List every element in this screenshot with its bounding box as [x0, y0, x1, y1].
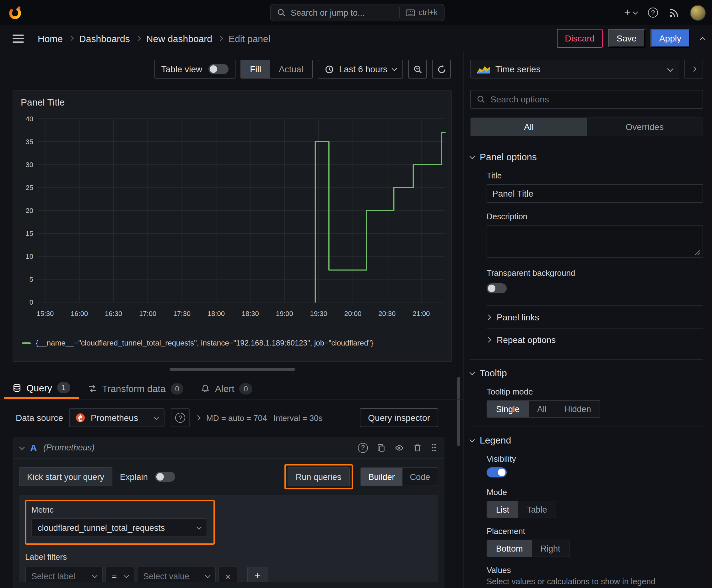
refresh-button[interactable] [432, 60, 451, 79]
tab-query[interactable]: Query 1 [4, 378, 79, 399]
chart-legend-item[interactable]: {__name__="cloudflared_tunnel_total_requ… [22, 339, 373, 348]
query-inspector-button[interactable]: Query inspector [360, 408, 438, 427]
panel-title-input[interactable] [487, 184, 703, 203]
actual-option[interactable]: Actual [270, 60, 312, 78]
legend-mode-table[interactable]: Table [518, 501, 556, 518]
panel-options-header[interactable]: Panel options [470, 151, 703, 162]
bell-icon [201, 384, 210, 393]
prometheus-icon [75, 413, 86, 423]
query-header-actions: ? [358, 443, 437, 453]
breadcrumb-new-dashboard[interactable]: New dashboard [146, 33, 212, 44]
user-avatar[interactable] [690, 5, 706, 20]
global-search-input[interactable]: Search or jump to... ctrl+k [270, 4, 445, 21]
breadcrumb-dashboards[interactable]: Dashboards [79, 33, 130, 44]
drag-handle-icon[interactable] [431, 443, 437, 452]
tab-alert[interactable]: Alert 0 [192, 378, 261, 399]
interval: Interval = 30s [274, 413, 323, 422]
tab-alert-label: Alert [215, 383, 235, 394]
datasource-help-button[interactable]: ? [171, 408, 190, 427]
close-icon: × [225, 571, 231, 582]
news-broadcast-button[interactable] [669, 7, 679, 18]
run-queries-button[interactable]: Run queries [287, 467, 350, 486]
explain-toggle[interactable] [155, 472, 175, 482]
database-icon [13, 383, 21, 392]
panel-links-expander[interactable]: Panel links [487, 305, 703, 328]
resize-corner-icon[interactable] [694, 249, 701, 256]
operator-value: = [112, 571, 117, 581]
tooltip-content: Tooltip mode SingleAllHidden [487, 387, 703, 418]
collapse-options-button[interactable] [684, 60, 703, 79]
builder-code-segment: Builder Code [360, 467, 438, 486]
top-nav: Search or jump to... ctrl+k + ? [0, 0, 712, 25]
options-filter-tabs: All Overrides [470, 118, 703, 136]
delete-query-icon[interactable] [413, 443, 422, 452]
discard-button[interactable]: Discard [557, 29, 603, 48]
search-placeholder: Search or jump to... [291, 8, 394, 17]
panel-resize-handle[interactable] [170, 368, 295, 371]
save-button[interactable]: Save [608, 29, 645, 48]
fill-option[interactable]: Fill [241, 60, 270, 78]
datasource-picker[interactable]: Prometheus [69, 408, 165, 427]
remove-filter-button[interactable]: × [218, 567, 237, 582]
repeat-options-expander[interactable]: Repeat options [487, 328, 703, 351]
search-options-input[interactable]: Search options [470, 90, 703, 109]
grafana-logo-icon[interactable] [7, 5, 23, 20]
transparent-background-toggle[interactable] [487, 283, 507, 293]
editor-tabs: Query 1 Transform data 0 Alert 0 [0, 378, 463, 400]
description-textarea[interactable] [487, 225, 703, 257]
mega-menu-toggle-icon[interactable] [13, 34, 24, 42]
hide-query-icon[interactable] [394, 443, 404, 452]
collapse-pane-icon[interactable] [700, 37, 706, 42]
chevron-down-icon [196, 525, 202, 530]
operator-dropdown[interactable]: = [106, 567, 134, 582]
time-series-chart[interactable]: 051015202530354015:3016:0016:3017:0017:3… [17, 114, 449, 323]
tooltip-mode-hidden[interactable]: Hidden [555, 401, 600, 417]
breadcrumb-home[interactable]: Home [38, 33, 63, 44]
apply-button[interactable]: Apply [650, 29, 690, 48]
zoom-out-button[interactable] [408, 60, 427, 79]
metric-select[interactable]: cloudflared_tunnel_total_requests [31, 518, 207, 537]
panel-options-subsections: Panel links Repeat options [487, 305, 703, 351]
time-range-picker[interactable]: Last 6 hours [318, 60, 403, 79]
duplicate-query-icon[interactable] [377, 443, 386, 452]
legend-visibility-toggle[interactable] [487, 467, 507, 478]
add-filter-button[interactable]: + [247, 567, 267, 582]
chevron-right-icon [486, 337, 491, 342]
edit-actions: Discard Save Apply [557, 29, 705, 48]
breadcrumb-bar: Home Dashboards New dashboard Edit panel… [0, 25, 712, 51]
select-value-dropdown[interactable]: Select value [137, 567, 216, 582]
query-help-icon[interactable]: ? [358, 443, 368, 453]
select-label-dropdown[interactable]: Select label [25, 567, 103, 582]
legend-mode-label: Mode [487, 487, 703, 497]
tab-all[interactable]: All [471, 118, 587, 136]
visualization-picker[interactable]: Time series [470, 60, 679, 79]
metric-label: Metric [31, 505, 207, 514]
tab-transform-data[interactable]: Transform data 0 [79, 378, 192, 399]
legend-placement-bottom[interactable]: Bottom [487, 540, 532, 556]
tooltip-mode-single[interactable]: Single [487, 401, 528, 417]
svg-text:20:30: 20:30 [378, 310, 395, 318]
svg-text:15: 15 [26, 230, 33, 237]
kick-start-query-button[interactable]: Kick start your query [19, 467, 112, 486]
code-option[interactable]: Code [402, 468, 438, 486]
legend-mode-list[interactable]: List [487, 501, 518, 518]
new-menu-button[interactable]: + [624, 6, 637, 19]
table-view-toggle[interactable] [209, 64, 229, 74]
table-view-control: Table view [154, 60, 236, 79]
datasource-value: Prometheus [91, 413, 138, 423]
legend-header[interactable]: Legend [470, 435, 703, 445]
tab-overrides[interactable]: Overrides [587, 118, 703, 136]
plus-icon: + [624, 6, 630, 19]
collapse-query-icon[interactable] [19, 444, 25, 450]
legend-content: Visibility Mode List Table Placement Bot… [487, 454, 703, 586]
builder-option[interactable]: Builder [361, 468, 402, 486]
transform-count-badge: 0 [170, 383, 184, 394]
query-options-expand-icon[interactable] [195, 415, 201, 421]
help-button[interactable]: ? [648, 7, 658, 18]
svg-text:17:00: 17:00 [139, 310, 156, 318]
legend-placement-right[interactable]: Right [532, 540, 569, 556]
chevron-down-icon [392, 66, 397, 71]
tooltip-mode-all[interactable]: All [528, 401, 555, 417]
tooltip-header[interactable]: Tooltip [470, 368, 703, 378]
svg-text:18:00: 18:00 [208, 310, 225, 318]
